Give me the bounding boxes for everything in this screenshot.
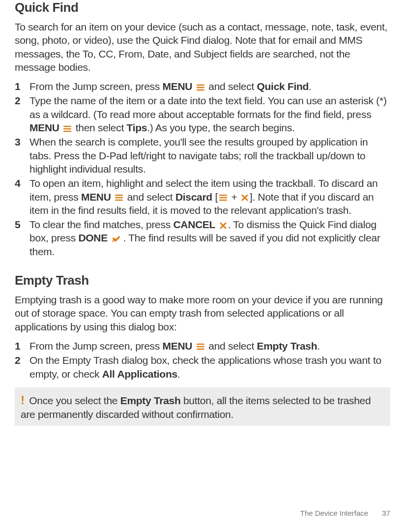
menu-icon: [115, 194, 123, 201]
empty-trash-steps: From the Jump screen, press MENU and sel…: [15, 339, 390, 381]
text: On the Empty Trash dialog box, check the…: [29, 355, 381, 379]
quick-find-label: Quick Find: [257, 81, 309, 92]
tips-label: Tips: [127, 122, 147, 133]
page-footer: The Device Interface 37: [300, 509, 390, 517]
page-number: 37: [382, 509, 390, 517]
text: then select: [73, 122, 126, 133]
text: and select: [206, 340, 257, 352]
step-5: To clear the find matches, press CANCEL …: [15, 218, 390, 258]
text: Once you select the: [27, 395, 120, 406]
menu-label: MENU: [163, 81, 193, 92]
text: Type the name of the item or a date into…: [29, 95, 387, 119]
step-4: To open an item, highlight and select th…: [15, 177, 390, 217]
text: From the Jump screen, press: [29, 340, 163, 352]
text: and select: [124, 191, 175, 203]
menu-icon: [197, 84, 204, 91]
menu-icon: [197, 343, 204, 350]
chapter-name: The Device Interface: [300, 509, 368, 517]
menu-icon: [63, 125, 71, 132]
all-applications-label: All Applications: [102, 368, 177, 380]
quick-find-intro: To search for an item on your device (su…: [15, 20, 390, 74]
text: From the Jump screen, press: [29, 81, 163, 92]
step-2: On the Empty Trash dialog box, check the…: [15, 354, 390, 381]
cancel-icon: [241, 194, 248, 201]
heading-quick-find: Quick Find: [15, 0, 390, 15]
text: +: [229, 191, 240, 203]
text: .: [309, 81, 312, 92]
empty-trash-button-label: Empty Trash: [120, 395, 181, 406]
step-2: Type the name of the item or a date into…: [15, 94, 390, 134]
done-icon: [112, 236, 121, 242]
text: [: [212, 191, 218, 203]
step-3: When the search is complete, you'll see …: [15, 135, 390, 176]
warning-box: ! Once you select the Empty Trash button…: [15, 387, 390, 426]
cancel-icon: [220, 222, 227, 229]
done-label: DONE: [78, 232, 107, 243]
menu-label: MENU: [29, 122, 59, 133]
text: To clear the find matches, press: [29, 219, 173, 230]
text: .: [317, 340, 320, 352]
empty-trash-label: Empty Trash: [257, 340, 318, 352]
text: .) As you type, the search begins.: [147, 122, 294, 133]
quick-find-steps: From the Jump screen, press MENU and sel…: [15, 80, 390, 258]
empty-trash-intro: Emptying trash is a good way to make mor…: [15, 293, 390, 333]
menu-label: MENU: [163, 340, 193, 352]
step-1: From the Jump screen, press MENU and sel…: [15, 80, 390, 93]
menu-label: MENU: [81, 191, 111, 203]
menu-icon: [219, 194, 227, 201]
text: and select: [206, 81, 257, 92]
exclaim-icon: !: [21, 393, 25, 407]
text: .: [177, 368, 180, 380]
cancel-label: CANCEL: [173, 219, 215, 230]
discard-label: Discard: [175, 191, 212, 203]
heading-empty-trash: Empty Trash: [15, 273, 390, 288]
step-1: From the Jump screen, press MENU and sel…: [15, 339, 390, 353]
